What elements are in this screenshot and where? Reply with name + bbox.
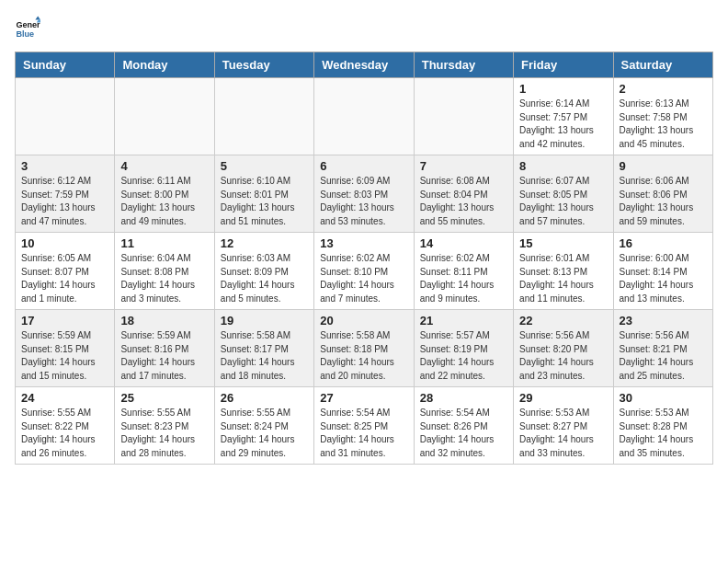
day-info: Sunrise: 5:59 AM Sunset: 8:16 PM Dayligh… bbox=[120, 329, 208, 383]
day-info: Sunrise: 5:55 AM Sunset: 8:23 PM Dayligh… bbox=[120, 407, 208, 460]
calendar-cell: 21Sunrise: 5:57 AM Sunset: 8:19 PM Dayli… bbox=[414, 310, 513, 387]
calendar-cell: 15Sunrise: 6:01 AM Sunset: 8:13 PM Dayli… bbox=[514, 233, 613, 310]
day-info: Sunrise: 6:04 AM Sunset: 8:08 PM Dayligh… bbox=[120, 252, 208, 305]
col-header-friday: Friday bbox=[514, 52, 613, 78]
day-info: Sunrise: 6:02 AM Sunset: 8:10 PM Dayligh… bbox=[320, 252, 407, 305]
day-number: 29 bbox=[519, 391, 607, 405]
day-number: 27 bbox=[320, 391, 407, 405]
calendar-cell: 17Sunrise: 5:59 AM Sunset: 8:15 PM Dayli… bbox=[16, 310, 115, 387]
day-info: Sunrise: 6:02 AM Sunset: 8:11 PM Dayligh… bbox=[420, 252, 507, 305]
day-info: Sunrise: 5:57 AM Sunset: 8:19 PM Dayligh… bbox=[420, 329, 507, 383]
calendar-cell: 5Sunrise: 6:10 AM Sunset: 8:01 PM Daylig… bbox=[214, 155, 313, 233]
day-number: 15 bbox=[519, 236, 607, 250]
day-number: 19 bbox=[221, 314, 308, 327]
day-info: Sunrise: 6:08 AM Sunset: 8:04 PM Dayligh… bbox=[420, 175, 507, 228]
day-info: Sunrise: 6:13 AM Sunset: 7:58 PM Dayligh… bbox=[620, 98, 707, 151]
calendar-cell: 19Sunrise: 5:58 AM Sunset: 8:17 PM Dayli… bbox=[214, 310, 313, 387]
calendar-cell: 24Sunrise: 5:55 AM Sunset: 8:22 PM Dayli… bbox=[16, 387, 115, 465]
day-info: Sunrise: 5:58 AM Sunset: 8:17 PM Dayligh… bbox=[221, 329, 308, 383]
day-number: 24 bbox=[21, 391, 108, 405]
svg-text:General: General bbox=[16, 20, 40, 29]
calendar-cell: 9Sunrise: 6:06 AM Sunset: 8:06 PM Daylig… bbox=[613, 155, 712, 233]
day-number: 21 bbox=[420, 314, 507, 327]
calendar-cell: 30Sunrise: 5:53 AM Sunset: 8:28 PM Dayli… bbox=[613, 387, 712, 465]
calendar-week-row: 24Sunrise: 5:55 AM Sunset: 8:22 PM Dayli… bbox=[16, 387, 713, 465]
day-info: Sunrise: 5:58 AM Sunset: 8:18 PM Dayligh… bbox=[320, 329, 407, 383]
day-number: 8 bbox=[519, 159, 607, 173]
logo: General Blue bbox=[15, 15, 44, 40]
day-number: 18 bbox=[120, 314, 208, 327]
day-number: 16 bbox=[620, 236, 707, 250]
calendar-cell: 1Sunrise: 6:14 AM Sunset: 7:57 PM Daylig… bbox=[514, 78, 613, 155]
col-header-sunday: Sunday bbox=[16, 52, 115, 78]
day-number: 30 bbox=[620, 391, 707, 405]
day-info: Sunrise: 6:01 AM Sunset: 8:13 PM Dayligh… bbox=[519, 252, 607, 305]
calendar-cell: 20Sunrise: 5:58 AM Sunset: 8:18 PM Dayli… bbox=[314, 310, 414, 387]
day-number: 13 bbox=[320, 236, 407, 250]
calendar-cell: 8Sunrise: 6:07 AM Sunset: 8:05 PM Daylig… bbox=[514, 155, 613, 233]
calendar-cell: 25Sunrise: 5:55 AM Sunset: 8:23 PM Dayli… bbox=[115, 387, 214, 465]
day-number: 23 bbox=[620, 314, 707, 327]
calendar-cell: 18Sunrise: 5:59 AM Sunset: 8:16 PM Dayli… bbox=[115, 310, 214, 387]
calendar-cell: 7Sunrise: 6:08 AM Sunset: 8:04 PM Daylig… bbox=[414, 155, 513, 233]
day-number: 20 bbox=[320, 314, 407, 327]
calendar-header-row: SundayMondayTuesdayWednesdayThursdayFrid… bbox=[16, 52, 713, 78]
day-info: Sunrise: 6:11 AM Sunset: 8:00 PM Dayligh… bbox=[120, 175, 208, 228]
day-number: 14 bbox=[420, 236, 507, 250]
day-info: Sunrise: 6:05 AM Sunset: 8:07 PM Dayligh… bbox=[21, 252, 108, 305]
day-number: 1 bbox=[519, 82, 607, 96]
day-number: 28 bbox=[420, 391, 507, 405]
logo-icon: General Blue bbox=[15, 15, 40, 40]
calendar-week-row: 1Sunrise: 6:14 AM Sunset: 7:57 PM Daylig… bbox=[16, 78, 713, 155]
calendar-week-row: 17Sunrise: 5:59 AM Sunset: 8:15 PM Dayli… bbox=[16, 310, 713, 387]
col-header-monday: Monday bbox=[115, 52, 214, 78]
col-header-tuesday: Tuesday bbox=[214, 52, 313, 78]
calendar-cell: 26Sunrise: 5:55 AM Sunset: 8:24 PM Dayli… bbox=[214, 387, 313, 465]
day-info: Sunrise: 5:55 AM Sunset: 8:22 PM Dayligh… bbox=[21, 407, 108, 460]
calendar: SundayMondayTuesdayWednesdayThursdayFrid… bbox=[15, 52, 713, 465]
day-info: Sunrise: 5:53 AM Sunset: 8:27 PM Dayligh… bbox=[519, 407, 607, 460]
day-number: 10 bbox=[21, 236, 108, 250]
day-info: Sunrise: 5:54 AM Sunset: 8:25 PM Dayligh… bbox=[320, 407, 407, 460]
day-info: Sunrise: 6:06 AM Sunset: 8:06 PM Dayligh… bbox=[620, 175, 707, 228]
day-info: Sunrise: 5:56 AM Sunset: 8:20 PM Dayligh… bbox=[519, 329, 607, 383]
calendar-cell bbox=[214, 78, 313, 155]
calendar-cell: 22Sunrise: 5:56 AM Sunset: 8:20 PM Dayli… bbox=[514, 310, 613, 387]
day-info: Sunrise: 5:56 AM Sunset: 8:21 PM Dayligh… bbox=[620, 329, 707, 383]
day-info: Sunrise: 6:07 AM Sunset: 8:05 PM Dayligh… bbox=[519, 175, 607, 228]
calendar-cell bbox=[414, 78, 513, 155]
calendar-cell: 27Sunrise: 5:54 AM Sunset: 8:25 PM Dayli… bbox=[314, 387, 414, 465]
day-info: Sunrise: 5:59 AM Sunset: 8:15 PM Dayligh… bbox=[21, 329, 108, 383]
day-info: Sunrise: 6:00 AM Sunset: 8:14 PM Dayligh… bbox=[620, 252, 707, 305]
day-info: Sunrise: 5:54 AM Sunset: 8:26 PM Dayligh… bbox=[420, 407, 507, 460]
calendar-cell: 28Sunrise: 5:54 AM Sunset: 8:26 PM Dayli… bbox=[414, 387, 513, 465]
col-header-saturday: Saturday bbox=[613, 52, 712, 78]
calendar-cell: 29Sunrise: 5:53 AM Sunset: 8:27 PM Dayli… bbox=[514, 387, 613, 465]
calendar-cell: 6Sunrise: 6:09 AM Sunset: 8:03 PM Daylig… bbox=[314, 155, 414, 233]
calendar-week-row: 3Sunrise: 6:12 AM Sunset: 7:59 PM Daylig… bbox=[16, 155, 713, 233]
svg-text:Blue: Blue bbox=[16, 29, 34, 39]
calendar-cell: 3Sunrise: 6:12 AM Sunset: 7:59 PM Daylig… bbox=[16, 155, 115, 233]
day-number: 6 bbox=[320, 159, 407, 173]
col-header-thursday: Thursday bbox=[414, 52, 513, 78]
calendar-cell bbox=[115, 78, 214, 155]
col-header-wednesday: Wednesday bbox=[314, 52, 414, 78]
calendar-cell bbox=[16, 78, 115, 155]
day-info: Sunrise: 5:53 AM Sunset: 8:28 PM Dayligh… bbox=[620, 407, 707, 460]
day-number: 22 bbox=[519, 314, 607, 327]
day-number: 7 bbox=[420, 159, 507, 173]
day-number: 25 bbox=[120, 391, 208, 405]
calendar-cell: 12Sunrise: 6:03 AM Sunset: 8:09 PM Dayli… bbox=[214, 233, 313, 310]
calendar-cell: 14Sunrise: 6:02 AM Sunset: 8:11 PM Dayli… bbox=[414, 233, 513, 310]
calendar-cell: 13Sunrise: 6:02 AM Sunset: 8:10 PM Dayli… bbox=[314, 233, 414, 310]
day-info: Sunrise: 6:09 AM Sunset: 8:03 PM Dayligh… bbox=[320, 175, 407, 228]
calendar-cell: 11Sunrise: 6:04 AM Sunset: 8:08 PM Dayli… bbox=[115, 233, 214, 310]
calendar-week-row: 10Sunrise: 6:05 AM Sunset: 8:07 PM Dayli… bbox=[16, 233, 713, 310]
calendar-cell: 4Sunrise: 6:11 AM Sunset: 8:00 PM Daylig… bbox=[115, 155, 214, 233]
day-number: 3 bbox=[21, 159, 108, 173]
calendar-cell: 16Sunrise: 6:00 AM Sunset: 8:14 PM Dayli… bbox=[613, 233, 712, 310]
day-info: Sunrise: 6:10 AM Sunset: 8:01 PM Dayligh… bbox=[221, 175, 308, 228]
day-number: 17 bbox=[21, 314, 108, 327]
day-number: 2 bbox=[620, 82, 707, 96]
day-number: 12 bbox=[221, 236, 308, 250]
